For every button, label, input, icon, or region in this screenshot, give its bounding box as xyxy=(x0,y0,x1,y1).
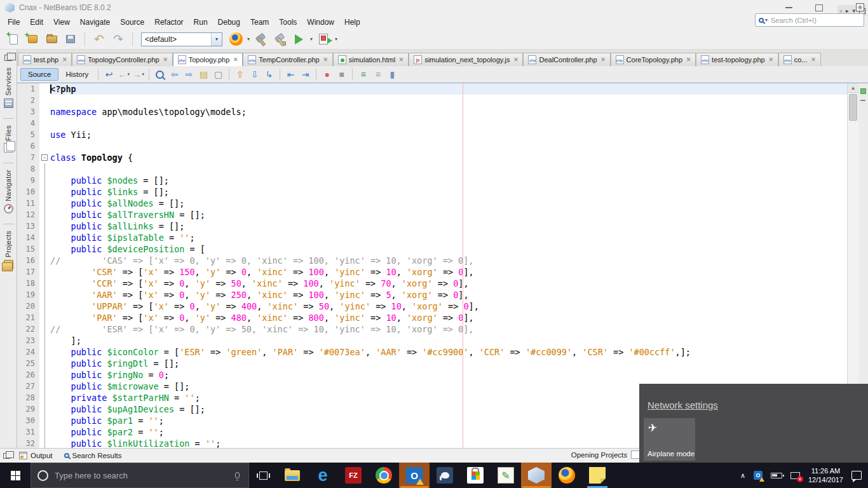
line-number[interactable]: 27 xyxy=(17,381,39,392)
minimize-button[interactable] xyxy=(782,3,796,13)
stop-macro-icon[interactable]: ■ xyxy=(335,68,348,81)
history-view-button[interactable]: History xyxy=(60,69,94,80)
close-tab-icon[interactable]: × xyxy=(62,55,67,64)
taskbar-search-box[interactable]: Type here to search xyxy=(31,463,249,488)
open-project-button[interactable] xyxy=(43,31,60,48)
comment-icon[interactable]: ≡ xyxy=(356,68,370,81)
taskbar-app-notepad[interactable] xyxy=(491,463,521,488)
line-number[interactable]: 16 xyxy=(17,255,39,266)
taskbar-app-file-explorer[interactable] xyxy=(277,463,308,488)
menu-edit[interactable]: Edit xyxy=(25,16,48,29)
line-number[interactable]: 8 xyxy=(17,163,39,175)
menu-navigate[interactable]: Navigate xyxy=(75,16,115,29)
chevron-down-icon[interactable]: ▾ xyxy=(310,36,313,42)
browser-select-button[interactable] xyxy=(227,31,244,48)
line-number[interactable]: 26 xyxy=(17,369,39,381)
last-edit-icon[interactable]: ↩ xyxy=(102,68,116,81)
menu-run[interactable]: Run xyxy=(189,16,213,29)
run-project-button[interactable] xyxy=(290,31,307,48)
find-next-icon[interactable]: ⇨ xyxy=(182,68,196,81)
line-number[interactable]: 18 xyxy=(17,278,39,289)
close-tab-icon[interactable]: × xyxy=(323,55,328,64)
sidebar-item-files[interactable]: Files xyxy=(4,125,13,156)
chevron-down-icon[interactable]: ▾ xyxy=(765,17,768,23)
maximize-editor-icon[interactable]: ⁜ xyxy=(856,3,864,11)
taskbar-app-chrome[interactable] xyxy=(369,463,399,488)
network-disconnected-icon[interactable] xyxy=(790,472,800,479)
line-number[interactable]: 25 xyxy=(17,358,39,369)
file-tab-dealcontroller-php[interactable]: DealController.php× xyxy=(523,53,610,66)
microphone-icon[interactable] xyxy=(235,472,240,478)
line-number[interactable]: 4 xyxy=(17,118,39,129)
chevron-down-icon[interactable]: ▾ xyxy=(247,36,250,42)
no-errors-indicator[interactable] xyxy=(860,88,866,94)
outlook-alert-icon[interactable]: O xyxy=(754,471,763,480)
line-number[interactable]: 11 xyxy=(17,198,39,209)
taskbar-app-filezilla[interactable] xyxy=(338,463,369,488)
source-view-button[interactable]: Source xyxy=(20,68,58,81)
chevron-down-icon[interactable]: ▾ xyxy=(127,72,130,77)
airplane-mode-tile[interactable]: ✈ Airplane mode xyxy=(644,418,695,461)
scroll-up-icon[interactable]: ▲ xyxy=(848,83,858,93)
scrollbar-thumb[interactable] xyxy=(849,94,857,121)
line-number[interactable]: 1 xyxy=(17,83,39,95)
back-icon[interactable]: ←▾ xyxy=(117,68,130,81)
menu-team[interactable]: Team xyxy=(245,16,274,29)
taskbar-app-netbeans[interactable] xyxy=(521,463,552,488)
find-previous-icon[interactable]: ⇦ xyxy=(168,68,181,81)
action-center-icon[interactable] xyxy=(851,471,862,480)
shift-left-icon[interactable]: ⇤ xyxy=(284,68,297,81)
line-number[interactable]: 22 xyxy=(17,323,39,335)
taskbar-app-store[interactable] xyxy=(460,463,491,488)
undock-window-icon[interactable] xyxy=(4,55,12,61)
forward-icon[interactable]: →▾ xyxy=(132,68,145,81)
shift-right-icon[interactable]: ⇥ xyxy=(299,68,312,81)
line-number[interactable]: 24 xyxy=(17,346,39,358)
chevron-down-icon[interactable]: ▾ xyxy=(142,72,144,77)
dock-panel-icon[interactable] xyxy=(3,453,10,459)
line-number[interactable]: 30 xyxy=(17,415,39,426)
file-tab-test-topology-php[interactable]: test-topology.php× xyxy=(696,53,778,66)
file-tab-topologycontroller-php[interactable]: TopologyController.php× xyxy=(72,53,173,66)
close-tab-icon[interactable]: × xyxy=(513,55,518,64)
close-tab-icon[interactable]: × xyxy=(399,55,403,64)
taskbar-app-sticky-notes[interactable] xyxy=(582,463,613,488)
menu-tools[interactable]: Tools xyxy=(274,16,302,29)
line-number[interactable]: 13 xyxy=(17,220,39,232)
quick-search-box[interactable]: ▾ Search (Ctrl+I) xyxy=(755,13,864,27)
line-number[interactable]: 6 xyxy=(17,140,39,152)
menu-window[interactable]: Window xyxy=(302,16,339,29)
panel-tab-search-results[interactable]: Search Results xyxy=(60,451,126,461)
line-number[interactable]: 12 xyxy=(17,209,39,220)
line-number[interactable]: 28 xyxy=(17,392,39,403)
toggle-highlight-icon[interactable]: ▤ xyxy=(197,68,210,81)
maximize-button[interactable] xyxy=(812,3,826,13)
new-project-button[interactable] xyxy=(24,31,41,48)
network-settings-link[interactable]: Network settings xyxy=(648,400,718,410)
line-number[interactable]: 29 xyxy=(17,403,39,415)
line-number[interactable]: 21 xyxy=(17,312,39,323)
panel-tab-output[interactable]: Output xyxy=(15,451,57,461)
close-tab-icon[interactable]: × xyxy=(686,55,691,64)
line-number[interactable]: 17 xyxy=(17,266,39,278)
clean-build-button[interactable] xyxy=(271,31,288,48)
menu-help[interactable]: Help xyxy=(339,16,365,29)
line-number[interactable]: 10 xyxy=(17,186,39,198)
line-number[interactable]: 3 xyxy=(17,106,39,118)
record-macro-icon[interactable]: ● xyxy=(320,68,334,81)
sidebar-item-services[interactable]: Services xyxy=(4,67,13,111)
taskbar-app-pgadmin[interactable] xyxy=(430,463,460,488)
save-all-button[interactable] xyxy=(62,31,79,48)
menu-refactor[interactable]: Refactor xyxy=(149,16,188,29)
line-number[interactable]: 5 xyxy=(17,129,39,140)
line-number[interactable]: 19 xyxy=(17,289,39,301)
menu-source[interactable]: Source xyxy=(115,16,149,29)
next-usage-icon[interactable]: ↳ xyxy=(262,68,276,81)
file-tab-simulation-next-topology-js[interactable]: simulation_next_topology.js× xyxy=(409,53,523,66)
line-number[interactable]: 9 xyxy=(17,175,39,186)
new-file-button[interactable] xyxy=(5,31,22,48)
redo-button[interactable]: ↷ xyxy=(110,31,126,48)
next-occurrence-icon[interactable]: ⇩ xyxy=(248,68,261,81)
line-number[interactable]: 23 xyxy=(17,335,39,346)
build-project-button[interactable] xyxy=(252,31,269,48)
